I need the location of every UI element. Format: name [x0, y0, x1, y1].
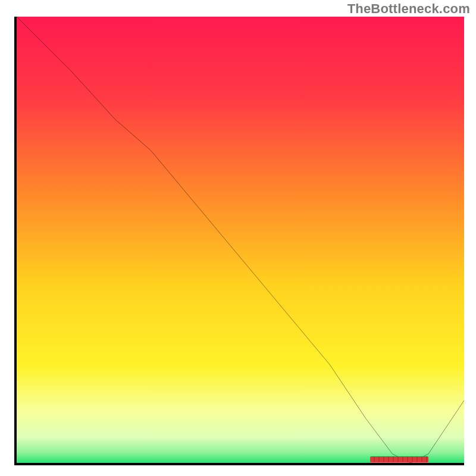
- highlight-segment: [370, 456, 428, 462]
- curve-line: [17, 17, 464, 463]
- plot-area: [14, 17, 464, 465]
- watermark-text: TheBottleneck.com: [347, 1, 470, 17]
- chart-stage: TheBottleneck.com: [0, 0, 476, 476]
